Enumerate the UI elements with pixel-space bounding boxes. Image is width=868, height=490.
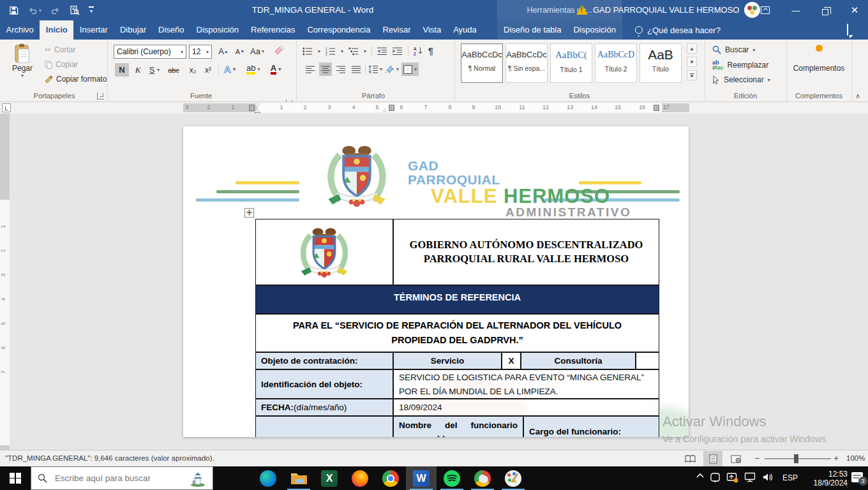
align-center-icon[interactable] bbox=[319, 63, 332, 76]
style-sin-espaciado[interactable]: AaBbCcDc ¶ Sin espa... bbox=[505, 43, 548, 83]
restore-button[interactable] bbox=[817, 5, 834, 19]
tab-archivo[interactable]: Archivo bbox=[0, 20, 40, 40]
highlight-color-button[interactable]: ab▾ bbox=[246, 63, 260, 76]
select-button[interactable]: Seleccionar▾ bbox=[712, 75, 770, 84]
copy-button[interactable]: Copiar bbox=[45, 60, 78, 69]
show-paragraph-marks-icon[interactable]: ¶ bbox=[428, 46, 433, 56]
account-area[interactable]: GAD PARROQUIAL VALLE HERMOSO bbox=[576, 2, 760, 18]
cut-button[interactable]: ✂ Cortar bbox=[45, 45, 75, 54]
italic-button[interactable]: K bbox=[131, 63, 144, 77]
shrink-font-button[interactable]: A▼ bbox=[234, 45, 246, 58]
close-button[interactable]: ✕ bbox=[846, 3, 863, 17]
table-cell-x-mark[interactable]: X bbox=[502, 352, 521, 369]
web-layout-button[interactable] bbox=[726, 451, 745, 466]
increase-indent-icon[interactable] bbox=[393, 47, 403, 56]
style-normal[interactable]: AaBbCcDc ¶ Normal bbox=[461, 43, 503, 83]
font-name-combobox[interactable]: Calibri (Cuerpo)▾ bbox=[114, 45, 186, 59]
zoom-in-button[interactable]: + bbox=[834, 453, 839, 463]
table-cell-logo[interactable] bbox=[255, 219, 393, 285]
justify-icon[interactable] bbox=[350, 63, 363, 76]
table-cell-funcionario-label[interactable]: Funcionario responsable: bbox=[255, 416, 393, 437]
table-cell-ident-value[interactable]: SERVICIO DE LOGISTICA PARA EVENTO “MINGA… bbox=[393, 369, 659, 399]
style-titulo-1[interactable]: AaBbC( Título 1 bbox=[550, 43, 592, 83]
zoom-out-button[interactable]: − bbox=[754, 453, 760, 463]
table-move-handle[interactable]: ✛ bbox=[244, 208, 254, 218]
borders-icon[interactable]: ▾ bbox=[401, 63, 419, 76]
bold-button[interactable]: N bbox=[115, 63, 129, 77]
feedback-comment-icon[interactable] bbox=[847, 24, 848, 36]
taskbar-chrome-profile-icon[interactable] bbox=[467, 466, 498, 490]
style-titulo-2[interactable]: AaBbCcD Título 2 bbox=[595, 43, 637, 83]
shading-icon[interactable]: ▾ bbox=[385, 63, 399, 76]
styles-scroll-up-icon[interactable]: ▲ bbox=[687, 43, 697, 54]
taskbar-clock[interactable]: 12:53 18/9/2024 bbox=[803, 470, 848, 487]
taskbar-firefox-icon[interactable] bbox=[345, 466, 375, 490]
print-layout-button[interactable] bbox=[703, 451, 722, 466]
table-cell-func-name-label[interactable]: Nombre del funcionario responsable: bbox=[393, 416, 523, 437]
grow-font-button[interactable]: A▲ bbox=[217, 45, 230, 58]
change-case-button[interactable]: Aa▾ bbox=[250, 45, 264, 58]
underline-dropdown-icon[interactable]: ▾ bbox=[157, 67, 160, 73]
styles-more-icon[interactable]: ▼ bbox=[687, 70, 697, 80]
underline-button[interactable]: S bbox=[146, 63, 158, 77]
tab-correspondencia[interactable]: Correspondencia bbox=[301, 20, 377, 40]
table-column-marker-icon[interactable] bbox=[249, 105, 255, 111]
strikethrough-button[interactable]: abc bbox=[167, 63, 180, 77]
table-cell-servicio[interactable]: Servicio bbox=[393, 352, 502, 369]
taskbar-word-icon[interactable]: W bbox=[406, 466, 437, 490]
style-titulo[interactable]: AaB Título bbox=[640, 43, 682, 83]
line-spacing-icon[interactable]: ▾ bbox=[368, 63, 382, 76]
find-button[interactable]: Buscar▾ bbox=[712, 45, 755, 54]
tab-vista[interactable]: Vista bbox=[417, 20, 447, 40]
tray-device-icon[interactable] bbox=[710, 472, 721, 483]
format-painter-button[interactable]: Copiar formato bbox=[45, 75, 107, 84]
tab-ayuda[interactable]: Ayuda bbox=[447, 20, 483, 40]
replace-button[interactable]: ab⇄ac Reemplazar bbox=[712, 60, 768, 70]
bullets-icon[interactable] bbox=[303, 47, 313, 56]
taskbar-chrome-icon[interactable] bbox=[375, 466, 406, 490]
table-column-marker-icon[interactable] bbox=[389, 105, 394, 111]
font-size-combobox[interactable]: 12▾ bbox=[189, 45, 212, 59]
table-cell-objeto-label[interactable]: Objeto de contratación: bbox=[255, 352, 393, 369]
tray-network-icon[interactable] bbox=[744, 472, 756, 482]
notification-center-icon[interactable]: 3 bbox=[851, 472, 863, 482]
taskbar-search-box[interactable] bbox=[31, 466, 213, 490]
font-color-button[interactable]: A▾ bbox=[269, 63, 282, 76]
tab-disposicion-tabla[interactable]: Disposición bbox=[567, 20, 622, 40]
table-cell-banner[interactable]: TÉRMINOS DE REFERENCIA bbox=[255, 285, 659, 314]
tab-diseno-de-tabla[interactable]: Diseño de tabla bbox=[498, 20, 567, 40]
ribbon-display-options-button[interactable] bbox=[757, 3, 774, 17]
decrease-indent-icon[interactable] bbox=[377, 47, 387, 56]
table-cell-fecha-label[interactable]: FECHA: (día/mes/año) bbox=[255, 399, 393, 416]
taskbar-excel-icon[interactable]: X bbox=[314, 466, 345, 490]
table-cell-func-cargo-label[interactable]: Cargo del funcionario: bbox=[523, 416, 659, 437]
text-effects-button[interactable]: A▾ bbox=[223, 63, 236, 76]
clear-formatting-icon[interactable] bbox=[273, 45, 285, 56]
subscript-button[interactable]: x₂ bbox=[186, 63, 199, 77]
zoom-slider-handle[interactable] bbox=[794, 454, 798, 463]
tab-disposicion[interactable]: Disposición bbox=[190, 20, 244, 40]
zoom-level[interactable]: 100% bbox=[846, 454, 865, 462]
document-area[interactable]: 1 2 3 4 5 6 7 GAD PARROQUIAL VALLE HERMO… bbox=[0, 114, 868, 450]
table-cell-empty[interactable] bbox=[636, 352, 659, 369]
first-line-indent-marker-icon[interactable] bbox=[255, 103, 261, 108]
table-cell-org-name[interactable]: GOBIERNO AUTÓNOMO DESCENTRALIZADOPARROQU… bbox=[393, 219, 659, 285]
vertical-ruler[interactable]: 1 2 3 4 5 6 7 bbox=[0, 114, 10, 450]
table-cell-fecha-value[interactable]: 18/09/2024 bbox=[393, 399, 659, 416]
right-indent-marker-icon[interactable] bbox=[382, 108, 388, 112]
sort-icon[interactable]: AZ bbox=[414, 47, 423, 56]
collapse-ribbon-icon[interactable]: ∧ bbox=[855, 92, 860, 100]
tray-volume-icon[interactable] bbox=[762, 472, 774, 482]
word-count-status[interactable]: "TDR_MINGA GENERAL": 9,646 caracteres (v… bbox=[5, 454, 214, 462]
language-indicator[interactable]: ESP bbox=[782, 473, 798, 482]
table-column-marker-icon[interactable] bbox=[654, 105, 659, 111]
table-cell-ident-label[interactable]: Identificación del objeto: bbox=[255, 369, 393, 399]
hanging-indent-marker-icon[interactable] bbox=[255, 108, 261, 112]
clipboard-dialog-launcher-icon[interactable] bbox=[97, 93, 104, 100]
table-cell-consultoria[interactable]: Consultoría bbox=[521, 352, 636, 369]
taskbar-spotify-icon[interactable] bbox=[437, 466, 467, 490]
taskbar-file-explorer-icon[interactable] bbox=[283, 466, 314, 490]
styles-scroll-down-icon[interactable]: ▼ bbox=[687, 57, 697, 67]
tab-referencias[interactable]: Referencias bbox=[245, 20, 301, 40]
tab-dibujar[interactable]: Dibujar bbox=[114, 20, 152, 40]
